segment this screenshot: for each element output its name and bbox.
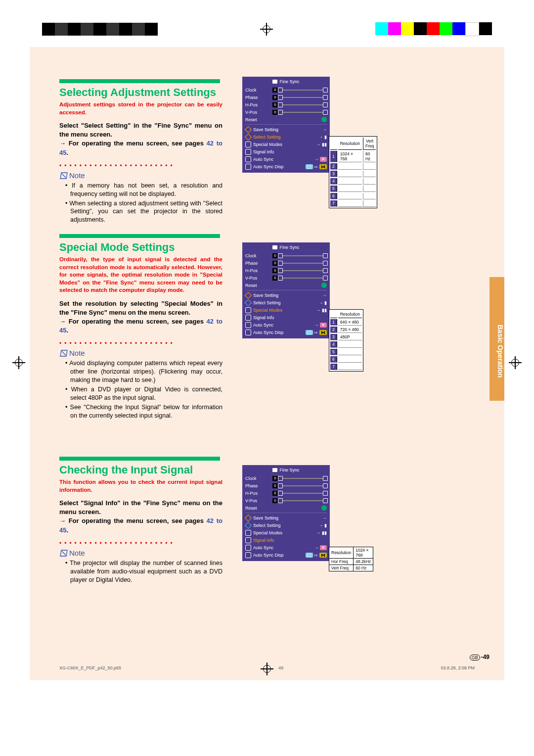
body-text: Select "Signal Info" in the "Fine Sync" … [59, 499, 222, 516]
section-body: Set the resolution by selecting "Special… [59, 299, 222, 335]
body-text: Select "Select Setting" in the "Fine Syn… [59, 122, 222, 138]
crosshair-icon [12, 356, 25, 369]
section-selecting-adjustment: Selecting Adjustment Settings Adjustment… [59, 79, 222, 225]
signal-info-table: Resolution1024 × 768 Hor Freq48.2kHz Ver… [329, 547, 373, 571]
divider-dots: ••••••••••••••••••••••• [59, 340, 222, 347]
note-body: • The projector will display the number … [59, 559, 222, 584]
crosshair-icon [261, 662, 273, 675]
crosshair-icon [509, 356, 522, 369]
note-icon [59, 549, 68, 557]
fine-sync-menu: Fine SyncClock0Phase0H-Pos0V-Pos0Reset S… [242, 77, 330, 173]
section-body: Select "Select Setting" in the "Fine Syn… [59, 121, 222, 157]
section-intro: Ordinarily, the type of input signal is … [59, 256, 222, 294]
body-text: → For operating the menu screen, see pag… [59, 318, 207, 325]
heading-bar [59, 234, 220, 238]
heading-bar [59, 457, 220, 461]
note-heading: Note [59, 171, 222, 180]
body-text: → For operating the menu screen, see pag… [59, 517, 207, 524]
divider-dots: ••••••••••••••••••••••• [59, 162, 222, 169]
note-heading: Note [59, 349, 222, 357]
manual-page: Selecting Adjustment Settings Adjustment… [30, 47, 504, 680]
footer-page: 49 [278, 665, 283, 670]
note-heading: Note [59, 549, 222, 557]
resolution-table: Resolution 1640 × 480 2720 × 480 3480P 4… [329, 309, 363, 372]
note-body: • Avoid displaying computer patterns whi… [59, 359, 222, 420]
body-text: → For operating the menu screen, see pag… [59, 140, 207, 147]
crosshair-icon [260, 23, 273, 36]
registration-marks-top [42, 22, 492, 36]
body-text: Set the resolution by selecting "Special… [59, 300, 222, 316]
resolution-table: ResolutionVert Freq 11024 × 76860 Hz 2 3… [329, 136, 377, 208]
footer-datetime: 03.8.28, 2:09 PM [441, 665, 475, 670]
section-tab: Basic Operation [490, 277, 504, 401]
figure-3: Fine SyncClock0Phase0H-Pos0V-Pos0Reset S… [242, 465, 330, 561]
fine-sync-menu: Fine SyncClock0Phase0H-Pos0V-Pos0Reset S… [242, 465, 330, 561]
section-heading: Selecting Adjustment Settings [59, 86, 222, 99]
section-intro: This function allows you to check the cu… [59, 478, 222, 494]
section-intro: Adjustment settings stored in the projec… [59, 101, 222, 116]
page-number: GB-49 [470, 654, 490, 661]
footer-file: XG-C60X_E_PDF_p42_50.p65 [59, 665, 121, 670]
figure-1: Fine SyncClock0Phase0H-Pos0V-Pos0Reset S… [242, 77, 330, 173]
section-special-mode: Special Mode Settings Ordinarily, the ty… [59, 234, 222, 421]
note-icon [59, 172, 68, 180]
fine-sync-menu: Fine SyncClock0Phase0H-Pos0V-Pos0Reset S… [242, 242, 330, 338]
figure-2: Fine SyncClock0Phase0H-Pos0V-Pos0Reset S… [242, 242, 330, 338]
note-icon [59, 349, 68, 357]
section-body: Select "Signal Info" in the "Fine Sync" … [59, 499, 222, 535]
section-heading: Checking the Input Signal [59, 464, 222, 476]
note-body: • If a memory has not been set, a resolu… [59, 182, 222, 224]
divider-dots: ••••••••••••••••••••••• [59, 540, 222, 547]
heading-bar [59, 79, 220, 83]
section-checking-input: Checking the Input Signal This function … [59, 457, 222, 585]
section-heading: Special Mode Settings [59, 241, 222, 254]
